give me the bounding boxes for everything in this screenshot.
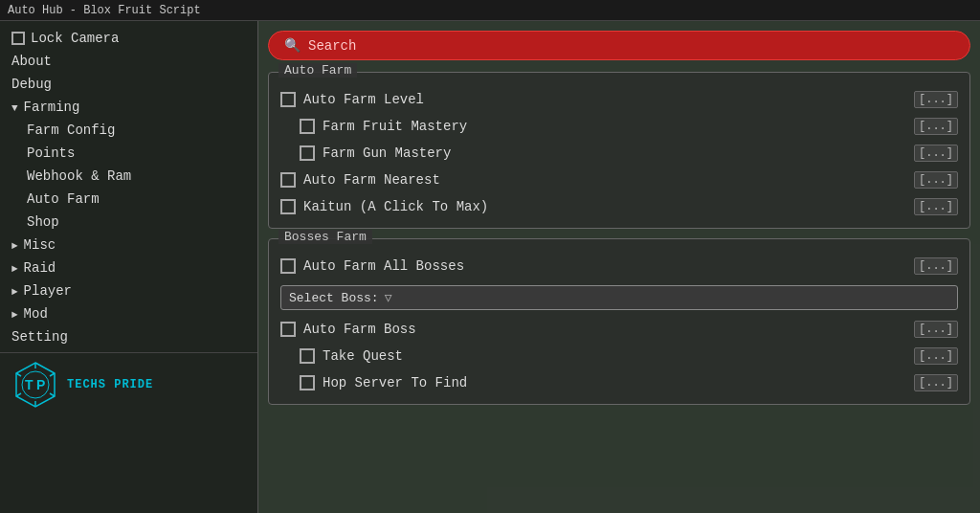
sidebar-item-label: Misc: [24, 237, 56, 253]
title-bar: Auto Hub - Blox Fruit Script: [0, 0, 980, 21]
select-boss-label: Select Boss:: [289, 291, 379, 305]
sidebar-item-label: Farm Config: [27, 123, 115, 138]
auto-farm-level-checkbox[interactable]: [280, 92, 296, 107]
sidebar-item-label: Webhook & Ram: [27, 168, 131, 184]
sidebar-item-auto-farm[interactable]: Auto Farm: [0, 188, 257, 211]
select-boss-dropdown[interactable]: Select Boss: ▽: [280, 285, 958, 310]
hop-server-checkbox[interactable]: [300, 375, 315, 390]
auto-farm-section: Auto Farm Auto Farm Level [...] Farm Fru…: [268, 72, 970, 229]
auto-farm-all-bosses-btn[interactable]: [...]: [914, 257, 958, 275]
sidebar-item-label: Points: [27, 145, 75, 161]
arrow-right-icon: [11, 260, 18, 276]
auto-farm-nearest-label: Auto Farm Nearest: [303, 172, 906, 188]
svg-text:P: P: [36, 377, 45, 392]
kaitun-checkbox[interactable]: [280, 199, 296, 214]
hop-server-btn[interactable]: [...]: [914, 374, 958, 391]
arrow-down-icon: [11, 100, 18, 115]
take-quest-checkbox[interactable]: [300, 348, 315, 364]
arrow-right-icon: [11, 237, 18, 253]
logo-text: TECHS PRIDE: [67, 378, 153, 391]
sidebar-item-mod[interactable]: Mod: [0, 302, 257, 325]
row-auto-farm-boss: Auto Farm Boss [...]: [277, 316, 962, 343]
sidebar-item-label: Shop: [27, 214, 59, 230]
main-layout: Lock Camera About Debug Farming Farm Con…: [0, 21, 980, 513]
hop-server-label: Hop Server To Find: [323, 375, 906, 390]
auto-farm-content: Auto Farm Level [...] Farm Fruit Mastery…: [277, 86, 962, 220]
farm-fruit-mastery-btn[interactable]: [...]: [914, 118, 958, 135]
sidebar-item-shop[interactable]: Shop: [0, 211, 257, 234]
row-farm-gun-mastery: Farm Gun Mastery [...]: [277, 140, 962, 167]
main-content: 🔍 Auto Farm Auto Farm Level [...] Farm F…: [258, 21, 980, 513]
auto-farm-boss-btn[interactable]: [...]: [914, 321, 958, 338]
auto-farm-level-btn[interactable]: [...]: [914, 91, 958, 108]
sidebar-item-label: Mod: [24, 306, 48, 322]
farm-gun-mastery-checkbox[interactable]: [300, 145, 315, 161]
sidebar-item-debug[interactable]: Debug: [0, 73, 257, 96]
sidebar-item-webhook-ram[interactable]: Webhook & Ram: [0, 165, 257, 188]
svg-text:T: T: [25, 377, 33, 392]
lock-camera-checkbox[interactable]: [11, 32, 25, 45]
auto-farm-boss-checkbox[interactable]: [280, 322, 296, 337]
sidebar-item-label: Farming: [24, 100, 80, 115]
sidebar-item-label: Raid: [24, 260, 56, 276]
sidebar-item-label: Auto Farm: [27, 191, 100, 207]
row-auto-farm-nearest: Auto Farm Nearest [...]: [277, 167, 962, 193]
row-farm-fruit-mastery: Farm Fruit Mastery [...]: [277, 113, 962, 140]
farm-gun-mastery-label: Farm Gun Mastery: [323, 145, 906, 161]
sidebar-item-lock-camera[interactable]: Lock Camera: [0, 27, 257, 50]
sidebar-item-farming[interactable]: Farming: [0, 96, 257, 119]
search-bar[interactable]: 🔍: [268, 31, 970, 60]
auto-farm-title: Auto Farm: [278, 63, 357, 78]
title-text: Auto Hub - Blox Fruit Script: [8, 4, 201, 17]
sidebar-item-setting[interactable]: Setting: [0, 325, 257, 348]
sidebar-item-label: Player: [24, 283, 72, 299]
arrow-right-icon: [11, 306, 18, 322]
select-boss-arrow-icon: ▽: [385, 290, 392, 305]
sidebar-item-farm-config[interactable]: Farm Config: [0, 119, 257, 142]
row-kaitun: Kaitun (A Click To Max) [...]: [277, 193, 962, 220]
bosses-farm-content: Auto Farm All Bosses [...] Select Boss: …: [277, 253, 962, 396]
search-input[interactable]: [308, 38, 954, 54]
farm-fruit-mastery-checkbox[interactable]: [300, 119, 315, 134]
bosses-farm-title: Bosses Farm: [278, 230, 372, 244]
farm-fruit-mastery-label: Farm Fruit Mastery: [323, 119, 906, 134]
auto-farm-all-bosses-label: Auto Farm All Bosses: [303, 258, 906, 274]
auto-farm-level-label: Auto Farm Level: [303, 92, 906, 107]
sidebar-item-label: About: [11, 54, 52, 69]
farm-gun-mastery-btn[interactable]: [...]: [914, 145, 958, 162]
auto-farm-all-bosses-checkbox[interactable]: [280, 258, 296, 274]
search-icon: 🔍: [284, 37, 301, 54]
row-take-quest: Take Quest [...]: [277, 343, 962, 369]
kaitun-btn[interactable]: [...]: [914, 198, 958, 215]
row-auto-farm-all-bosses: Auto Farm All Bosses [...]: [277, 253, 962, 279]
techs-pride-logo: T P: [11, 361, 59, 409]
take-quest-label: Take Quest: [323, 348, 906, 364]
sidebar: Lock Camera About Debug Farming Farm Con…: [0, 21, 258, 513]
arrow-right-icon: [11, 283, 18, 299]
bosses-farm-section: Bosses Farm Auto Farm All Bosses [...] S…: [268, 238, 970, 405]
auto-farm-boss-label: Auto Farm Boss: [303, 322, 906, 337]
sidebar-item-label: Lock Camera: [31, 31, 119, 46]
sidebar-item-label: Debug: [11, 77, 52, 92]
sidebar-item-points[interactable]: Points: [0, 142, 257, 165]
kaitun-label: Kaitun (A Click To Max): [303, 199, 906, 214]
logo-area: T P TECHS PRIDE: [0, 352, 257, 416]
sidebar-item-label: Setting: [11, 329, 68, 345]
row-auto-farm-level: Auto Farm Level [...]: [277, 86, 962, 113]
auto-farm-nearest-checkbox[interactable]: [280, 172, 296, 188]
row-hop-server: Hop Server To Find [...]: [277, 369, 962, 396]
sidebar-item-raid[interactable]: Raid: [0, 256, 257, 279]
sidebar-item-misc[interactable]: Misc: [0, 234, 257, 256]
sidebar-item-about[interactable]: About: [0, 50, 257, 73]
auto-farm-nearest-btn[interactable]: [...]: [914, 171, 958, 189]
take-quest-btn[interactable]: [...]: [914, 347, 958, 365]
sidebar-item-player[interactable]: Player: [0, 279, 257, 302]
